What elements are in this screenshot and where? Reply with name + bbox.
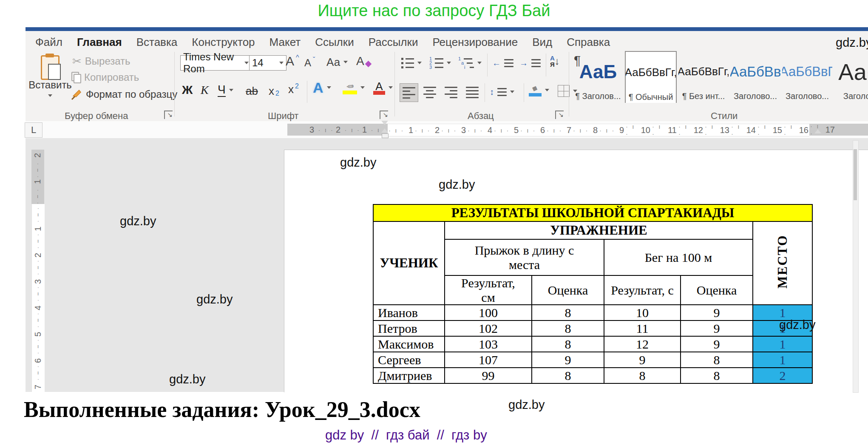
col-header-result-s[interactable]: Результат, с: [604, 275, 681, 305]
cell-value[interactable]: 8: [532, 336, 604, 352]
ribbon-tab-item[interactable]: Вид: [525, 34, 559, 50]
cell-value[interactable]: 8: [532, 320, 604, 336]
ribbon-tab-active[interactable]: Главная: [70, 34, 129, 50]
line-spacing-button[interactable]: ↕: [490, 85, 514, 99]
justify-button[interactable]: [463, 83, 481, 101]
change-case-button[interactable]: Аа: [326, 55, 348, 69]
shading-button[interactable]: ◆: [529, 83, 549, 97]
paragraph-dialog-launcher[interactable]: ↘: [555, 111, 564, 119]
superscript-button[interactable]: x 2: [288, 82, 299, 96]
cell-value[interactable]: 8: [532, 368, 604, 383]
col-header-ex1[interactable]: Прыжок в длину с места: [445, 239, 604, 275]
col-header-student[interactable]: УЧЕНИК: [373, 221, 445, 305]
strikethrough-button[interactable]: ab: [246, 84, 258, 98]
text-effects-button[interactable]: А: [313, 81, 331, 94]
cell-value[interactable]: 8: [532, 305, 604, 320]
paste-button[interactable]: Вставить: [33, 54, 67, 110]
cell-student[interactable]: Иванов: [373, 305, 445, 320]
scrollbar-thumb[interactable]: [854, 149, 857, 200]
cell-value[interactable]: 12: [604, 336, 681, 352]
right-indent-marker[interactable]: [814, 129, 821, 133]
grow-font-button[interactable]: А^: [286, 54, 299, 68]
ribbon-tab-item[interactable]: Справка: [559, 34, 617, 50]
align-center-button[interactable]: [421, 83, 439, 101]
left-indent-marker[interactable]: [382, 133, 389, 138]
horizontal-ruler[interactable]: · ı ·1· ı ·2· ı ·3· ı ·4· ı ·5· ı ·6· ı …: [388, 124, 809, 136]
hanging-indent-marker[interactable]: [381, 128, 388, 133]
cell-place[interactable]: 1: [753, 352, 812, 368]
cell-place[interactable]: 2: [753, 368, 812, 383]
col-header-ex2[interactable]: Бег на 100 м: [604, 239, 753, 275]
style-chip-selected[interactable]: АаБбВвГг,¶ Обычный: [625, 51, 677, 103]
highlight-color-button[interactable]: ✎: [343, 81, 365, 94]
style-chip[interactable]: АабЗаголов: [834, 51, 868, 102]
ribbon-tab-item[interactable]: Ссылки: [308, 34, 361, 50]
copy-button[interactable]: Копировать: [71, 71, 139, 84]
cell-value[interactable]: 8: [681, 368, 753, 383]
ribbon-tab-item[interactable]: Макет: [262, 34, 308, 50]
cell-student[interactable]: Максимов: [373, 336, 445, 352]
cell-value[interactable]: 100: [445, 305, 532, 320]
col-header-place[interactable]: МЕСТО: [753, 221, 812, 305]
underline-button[interactable]: Ч: [218, 83, 233, 97]
cell-value[interactable]: 11: [604, 320, 681, 336]
paste-chevron-icon: [48, 94, 52, 97]
style-chip[interactable]: АаБбВвГЗаголово...: [782, 51, 832, 102]
ribbon-tab-item[interactable]: Рассылки: [361, 34, 425, 50]
bullets-button[interactable]: [401, 56, 422, 70]
cell-value[interactable]: 107: [445, 352, 532, 368]
cell-value[interactable]: 99: [445, 368, 532, 383]
increase-indent-button[interactable]: →: [519, 56, 541, 70]
col-header-score1[interactable]: Оценка: [532, 275, 604, 305]
style-chip[interactable]: АаБбВвГг,¶ Без инт...: [678, 51, 729, 102]
first-line-indent-marker[interactable]: [381, 121, 388, 125]
font-dialog-launcher[interactable]: ↘: [380, 111, 388, 119]
bold-button[interactable]: Ж: [182, 83, 193, 97]
cell-value[interactable]: 9: [532, 352, 604, 368]
cell-student[interactable]: Дмитриев: [373, 368, 445, 383]
col-header-result-cm[interactable]: Результат, см: [445, 275, 532, 305]
cell-value[interactable]: 8: [681, 352, 753, 368]
style-chip[interactable]: АаБ¶ Заголов...: [573, 51, 623, 102]
subscript-button[interactable]: x 2: [269, 84, 279, 98]
sort-button[interactable]: АЯ ↓: [550, 54, 560, 68]
ruler-number: · ı ·11: [651, 123, 678, 137]
ribbon-tab-item[interactable]: Вставка: [129, 34, 185, 50]
cell-value[interactable]: 9: [681, 336, 753, 352]
col-header-exercise[interactable]: УПРАЖНЕНИЕ: [445, 221, 753, 239]
format-painter-button[interactable]: Формат по образцу: [71, 88, 177, 101]
ribbon-tab-item[interactable]: Конструктор: [184, 34, 262, 50]
font-size-combo[interactable]: 14: [249, 55, 286, 71]
cell-student[interactable]: Петров: [373, 320, 445, 336]
table-title[interactable]: РЕЗУЛЬТАТЫ ШКОЛЬНОЙ СПАРТАКИАДЫ: [373, 204, 812, 221]
shrink-font-button[interactable]: Аˇ: [304, 56, 315, 70]
ribbon-tab-item[interactable]: Файл: [28, 34, 70, 50]
multilevel-list-button[interactable]: 1 a i: [458, 56, 482, 70]
cell-value[interactable]: 10: [604, 305, 681, 320]
cell-value[interactable]: 9: [681, 305, 753, 320]
cell-student[interactable]: Сергеев: [373, 352, 445, 368]
col-header-score2[interactable]: Оценка: [681, 275, 753, 305]
decrease-indent-button[interactable]: ←: [492, 56, 513, 70]
align-right-button[interactable]: [442, 83, 460, 101]
cut-button[interactable]: ✂ Вырезать: [72, 54, 130, 68]
numbering-button[interactable]: 1 2 3: [429, 56, 451, 70]
vertical-scrollbar[interactable]: [853, 140, 859, 393]
horizontal-ruler-margin[interactable]: 3· ı ·2· ı ·1· ı ·: [287, 124, 388, 136]
cell-value[interactable]: 102: [445, 320, 532, 336]
eraser-icon: [365, 60, 372, 67]
italic-button[interactable]: К: [201, 83, 209, 97]
ribbon-tab-item[interactable]: Рецензирование: [425, 34, 525, 50]
cell-value[interactable]: 8: [604, 368, 681, 383]
align-left-button[interactable]: [400, 83, 418, 102]
cell-value[interactable]: 9: [681, 320, 753, 336]
font-color-button[interactable]: А: [373, 81, 393, 94]
clipboard-dialog-launcher[interactable]: ↘: [164, 111, 173, 119]
style-chip[interactable]: АаБбВвЗаголово...: [730, 51, 780, 102]
font-name-combo[interactable]: Times New Rom: [180, 55, 252, 71]
tab-selector[interactable]: L: [25, 122, 43, 138]
clear-formatting-button[interactable]: А: [356, 54, 371, 68]
cell-value[interactable]: 9: [604, 352, 681, 368]
cell-value[interactable]: 103: [445, 336, 532, 352]
cell-place[interactable]: 1: [753, 336, 812, 352]
